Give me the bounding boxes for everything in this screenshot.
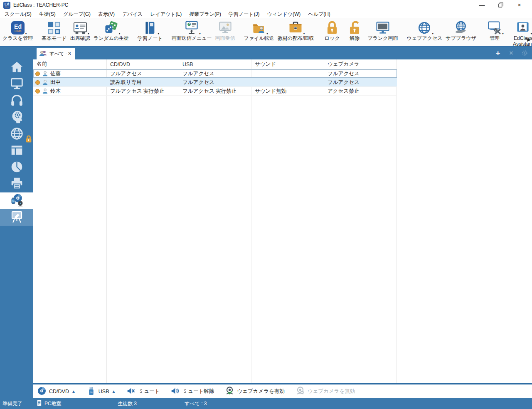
tab-all-students[interactable]: すべて : 3 [37,48,75,59]
menu-item-5[interactable]: レイアウト(L) [146,11,185,18]
toolbar-label: ブランク画面 [367,36,398,42]
printer-icon [10,177,24,192]
chevron-up-icon[interactable]: ▲ [112,389,116,394]
main-toolbar: EdClass▾クラスを管理基本モード▾出席確認▾ランダムの生徒▾学習ノート▾画… [0,18,532,46]
toolbar-unlock-button[interactable]: 解除 [343,20,366,42]
sidebar-item-device-control[interactable]: 16 [0,192,33,209]
chevron-up-icon[interactable]: ▲ [71,389,76,394]
table-row[interactable]: 佐藤フルアクセスフルアクセスフルアクセス [33,69,397,78]
toolbar-group-1: 基本モード▾出席確認▾ランダムの生徒 [40,20,131,42]
sidebar-item-layout[interactable] [0,143,33,159]
toolbar-admin-button[interactable]: ▾管理 [483,20,506,42]
sidebar-item-home[interactable] [0,59,33,76]
plus-icon[interactable]: + [494,49,502,57]
sidebar-item-web-control[interactable] [0,126,33,143]
svg-text:16: 16 [12,200,15,202]
toolbar-basic-mode-button[interactable]: 基本モード [40,20,69,42]
close-button[interactable]: × [510,0,529,10]
device-control-icon: 16 [10,193,24,209]
toolbar-web-access-button[interactable]: ▾ウェブアクセス [405,20,444,42]
sidebar-item-monitor[interactable] [0,76,33,93]
main-area: 16 すべて : 3+× 名前CD/DVDUSBサウンドウェブカメラ佐藤フルアク… [0,46,532,398]
toolbar-blank-screen-button[interactable]: ブランク画面 [366,20,399,42]
chevron-down-icon[interactable]: ▾ [158,32,159,35]
sidebar-item-audio[interactable] [0,93,33,109]
status-student-count-text: 生徒数 3 [118,400,137,407]
column-header-2[interactable]: USB [179,62,251,67]
tab-label: すべて : 3 [49,51,71,57]
chevron-down-icon[interactable]: ▾ [266,32,268,35]
chevron-down-icon[interactable]: ▾ [432,32,433,35]
permission-cell: フルアクセス [324,79,397,86]
toolbar-label: 基本モード [42,36,67,42]
column-header-4[interactable]: ウェブカメラ [324,61,397,68]
toolbar-label: サブブラウザ [446,36,476,42]
toolbar-random-student-button[interactable]: ▾ランダムの生徒 [92,20,131,42]
chevron-down-icon[interactable]: ▾ [502,32,504,35]
menu-item-1[interactable]: 生徒(S) [35,11,59,18]
button-label: ウェブカメラを無効 [308,388,355,395]
minimize-button[interactable]: — [473,0,491,10]
student-name-cell: 鈴木 [33,88,107,95]
menu-item-8[interactable]: ウィンドウ(W) [264,11,305,18]
headphones-icon [10,94,24,109]
toolbar-show-screen-menu-button[interactable]: ▾画面送信メニュー [170,20,214,42]
toolbar-label: 学習ノート [138,36,163,42]
button-label: ウェブカメラを有効 [237,388,285,395]
menu-item-7[interactable]: 学習ノート(J) [225,11,264,18]
toolbar-distribute-collect-button[interactable]: ▾教材の配布/回収 [276,20,316,42]
column-header-1[interactable]: CD/DVD [107,62,179,67]
toolbar-label: 解除 [350,36,360,42]
toolbar-co-browser-button[interactable]: サブブラウザ [444,20,478,42]
menu-item-6[interactable]: 授業プラン(P) [185,11,225,18]
mute-button[interactable]: ミュート [127,387,160,397]
chevron-down-icon[interactable]: ▾ [118,32,120,35]
restore-button[interactable] [491,0,510,10]
gear-icon[interactable] [521,49,528,57]
table-column-line [107,59,179,383]
close-icon[interactable]: × [507,49,515,57]
usb-button[interactable]: 16USB▲ [87,387,116,397]
toolbar-attendance-button[interactable]: ▾出席確認 [69,20,92,42]
toolbar-label: ファイル転送 [244,36,274,42]
sidebar-item-thinking[interactable] [0,109,33,126]
monitor-icon [10,77,24,92]
permission-cell: アクセス禁止 [324,88,397,95]
menu-item-2[interactable]: グループ(G) [59,11,94,18]
button-label: ミュート解除 [182,388,214,395]
table-row[interactable]: 鈴木フルアクセス 実行禁止フルアクセス 実行禁止サウンド無効アクセス禁止 [33,87,397,96]
toolbar-assistant-button[interactable]: ▾EdClass Assistant [511,20,532,47]
sidebar-item-surveys[interactable] [0,159,33,176]
window-title: EdClass : TEACHER-PC [13,2,68,8]
sidebar-item-whiteboard[interactable] [0,209,33,226]
toolbar-manage-class-button[interactable]: EdClass▾クラスを管理 [1,20,34,42]
chevron-down-icon[interactable]: ▾ [303,32,305,35]
chevron-down-icon[interactable]: ▾ [199,32,201,35]
permission-cell: サウンド無効 [251,88,324,95]
cd-dvd-button[interactable]: CD/DVD▲ [37,387,76,397]
chevron-down-icon[interactable]: ▾ [530,32,532,35]
lock-icon [323,20,342,36]
webcam-minus-icon [296,387,305,397]
webcam-check-icon [225,387,234,397]
menu-item-0[interactable]: スクール(S) [1,11,35,18]
webcam-enable-button[interactable]: ウェブカメラを有効 [225,387,285,397]
toolbar-file-transfer-button[interactable]: ▾ファイル転送 [242,20,276,42]
menu-item-9[interactable]: ヘルプ(H) [304,11,334,18]
toolbar-journal-button[interactable]: ▾学習ノート [136,20,165,42]
menu-item-4[interactable]: デバイス [118,11,146,18]
toolbar-group-5: ロック解除ブランク画面 [321,20,399,42]
chevron-down-icon[interactable]: ▾ [88,32,89,35]
menu-item-3[interactable]: 表示(V) [94,11,118,18]
toolbar-overflow-icon[interactable]: ▶ [527,37,531,42]
layout-panel-icon [10,143,24,159]
unmute-button[interactable]: ミュート解除 [171,387,214,397]
mode-sidebar: 16 [0,47,33,398]
column-header-3[interactable]: サウンド [251,61,324,68]
sidebar-item-print[interactable] [0,176,33,192]
toolbar-label: ランダムの生徒 [94,36,129,42]
column-header-0[interactable]: 名前 [33,61,107,68]
toolbar-lock-button[interactable]: ロック [321,20,343,42]
table-row[interactable]: 田中読み取り専用フルアクセスフルアクセス [33,78,397,87]
chevron-down-icon[interactable]: ▾ [25,32,27,35]
